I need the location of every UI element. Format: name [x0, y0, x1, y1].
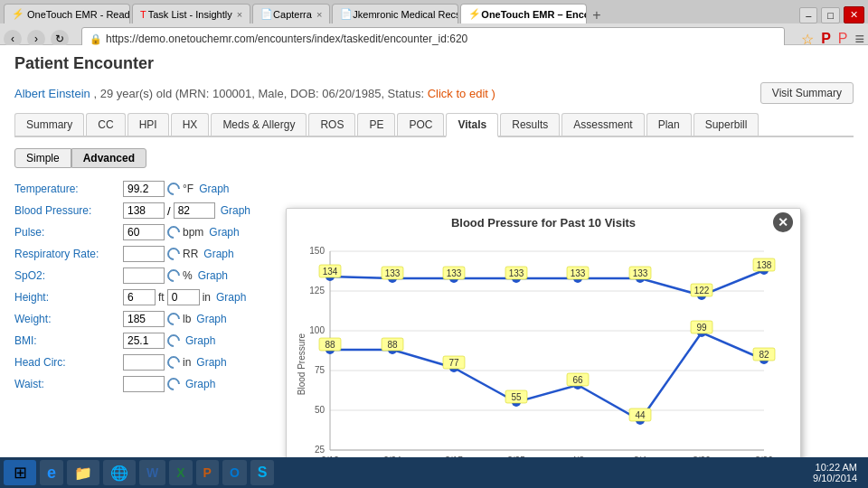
- start-button[interactable]: ⊞: [4, 460, 36, 485]
- tab-label-5: OneTouch EMR – Encoun...: [481, 9, 587, 20]
- svg-text:133: 133: [447, 268, 462, 278]
- waist-refresh-icon[interactable]: [165, 375, 183, 393]
- taskbar-chrome[interactable]: 🌐: [103, 460, 136, 485]
- svg-text:138: 138: [757, 260, 772, 270]
- taskbar-ie[interactable]: e: [40, 460, 63, 485]
- tab-results[interactable]: Results: [500, 113, 560, 136]
- tab-poc[interactable]: POC: [397, 113, 444, 136]
- height-ft-input[interactable]: [123, 289, 156, 305]
- minimize-button[interactable]: –: [799, 7, 817, 23]
- headcirc-graph-button[interactable]: Graph: [196, 356, 226, 369]
- waist-label: Waist:: [14, 378, 123, 390]
- vitals-headcirc-row: Head Circ: in Graph: [14, 354, 250, 371]
- mode-buttons: Simple Advanced: [14, 148, 854, 168]
- tab-hpi[interactable]: HPI: [127, 113, 169, 136]
- svg-text:77: 77: [448, 358, 459, 368]
- tab-hx[interactable]: HX: [171, 113, 210, 136]
- vitals-section: Temperature: °F Graph Blood Pressure: / …: [14, 181, 250, 398]
- tab-close-3[interactable]: ×: [316, 9, 322, 20]
- tab-assessment[interactable]: Assessment: [561, 113, 644, 136]
- waist-graph-button[interactable]: Graph: [185, 378, 215, 390]
- browser-tab-3[interactable]: 📄 Capterra ×: [252, 4, 330, 23]
- advanced-mode-button[interactable]: Advanced: [71, 148, 146, 168]
- tab-plan[interactable]: Plan: [646, 113, 692, 136]
- graph-close-button[interactable]: ✕: [773, 212, 793, 232]
- tab-bar: ⚡ OneTouch EMR - Ready × T Task List - I…: [0, 0, 868, 23]
- temperature-graph-button[interactable]: Graph: [199, 183, 229, 195]
- svg-text:82: 82: [759, 350, 769, 360]
- tab-label-4: Jkemronic Medical Recs...: [353, 9, 458, 20]
- browser-tab-2[interactable]: T Task List - Insightly ×: [132, 4, 250, 23]
- rr-unit: RR: [183, 248, 198, 260]
- maximize-button[interactable]: □: [821, 7, 840, 23]
- rr-refresh-icon[interactable]: [165, 245, 183, 263]
- bp-inputs: /: [123, 202, 215, 219]
- bp-diastolic-input[interactable]: [174, 202, 215, 219]
- browser-tab-1[interactable]: ⚡ OneTouch EMR - Ready ×: [4, 4, 130, 23]
- taskbar-powerpoint[interactable]: P: [196, 460, 219, 485]
- pulse-input[interactable]: [123, 224, 165, 240]
- vitals-waist-row: Waist: Graph: [14, 376, 250, 392]
- bmi-graph-button[interactable]: Graph: [185, 334, 215, 347]
- tab-ros[interactable]: ROS: [308, 113, 355, 136]
- tab-superbill[interactable]: Superbill: [693, 113, 760, 136]
- bmi-inputs: [123, 333, 180, 349]
- taskbar-folder[interactable]: 📁: [67, 460, 99, 485]
- tab-close-2[interactable]: ×: [237, 9, 242, 20]
- svg-text:122: 122: [694, 286, 710, 296]
- click-to-edit[interactable]: Click to edit ): [428, 87, 495, 100]
- visit-summary-button[interactable]: Visit Summary: [760, 82, 854, 104]
- headcirc-refresh-icon[interactable]: [165, 353, 183, 371]
- taskbar: ⊞ e 📁 🌐 W X P O S 10:22 AM 9/10/2014: [0, 457, 868, 488]
- sys-label-0: 134: [323, 267, 338, 277]
- waist-input[interactable]: [123, 376, 165, 392]
- spo2-input[interactable]: [123, 267, 165, 284]
- tab-icon-4: 📄: [340, 8, 353, 20]
- svg-text:25: 25: [315, 445, 326, 455]
- new-tab-button[interactable]: +: [592, 7, 600, 23]
- bp-systolic-input[interactable]: [123, 202, 165, 219]
- temperature-input[interactable]: [123, 181, 165, 197]
- height-graph-button[interactable]: Graph: [216, 291, 246, 304]
- taskbar-excel[interactable]: X: [169, 460, 192, 485]
- taskbar-skype[interactable]: S: [250, 460, 275, 485]
- weight-input[interactable]: [123, 311, 165, 327]
- headcirc-unit: in: [183, 356, 191, 369]
- vitals-pulse-row: Pulse: bpm Graph: [14, 224, 250, 240]
- rr-graph-button[interactable]: Graph: [203, 248, 233, 260]
- taskbar-outlook[interactable]: O: [222, 460, 247, 485]
- spo2-refresh-icon[interactable]: [165, 267, 183, 285]
- patient-name-link[interactable]: Albert Einstein: [14, 87, 90, 100]
- browser-tab-5[interactable]: ⚡ OneTouch EMR – Encoun... ×: [460, 4, 587, 23]
- tab-vitals[interactable]: Vitals: [446, 113, 498, 137]
- tab-summary[interactable]: Summary: [14, 113, 84, 136]
- height-in-input[interactable]: [167, 289, 200, 305]
- headcirc-input[interactable]: [123, 354, 165, 371]
- browser-tab-4[interactable]: 📄 Jkemronic Medical Recs... ×: [332, 4, 458, 23]
- rr-input[interactable]: [123, 246, 165, 262]
- temperature-refresh-icon[interactable]: [165, 180, 183, 198]
- bp-graph-button[interactable]: Graph: [221, 204, 250, 217]
- svg-text:150: 150: [309, 246, 325, 256]
- taskbar-word[interactable]: W: [139, 460, 165, 485]
- weight-graph-button[interactable]: Graph: [196, 313, 226, 325]
- taskbar-date: 9/10/2014: [813, 473, 857, 483]
- close-button[interactable]: ✕: [844, 6, 864, 23]
- spo2-graph-button[interactable]: Graph: [198, 269, 228, 282]
- weight-unit: lb: [183, 313, 191, 325]
- tab-pe[interactable]: PE: [357, 113, 395, 136]
- bmi-refresh-icon[interactable]: [165, 332, 183, 350]
- pulse-graph-button[interactable]: Graph: [209, 226, 239, 239]
- bp-chart-svg: Blood Pressure 150 125 100 75: [294, 238, 782, 473]
- weight-refresh-icon[interactable]: [165, 310, 183, 328]
- tab-cc[interactable]: CC: [86, 113, 125, 136]
- tab-meds[interactable]: Meds & Allergy: [211, 113, 307, 136]
- patient-info: Albert Einstein , 29 year(s) old (MRN: 1…: [14, 82, 854, 104]
- headcirc-inputs: in: [123, 354, 191, 371]
- bmi-input[interactable]: [123, 333, 165, 349]
- pulse-label: Pulse:: [14, 226, 123, 239]
- simple-mode-button[interactable]: Simple: [14, 148, 71, 168]
- tab-label-3: Capterra: [273, 9, 312, 20]
- address-text: https://demo.onetouchemr.com/encounters/…: [106, 33, 467, 45]
- pulse-refresh-icon[interactable]: [165, 223, 183, 241]
